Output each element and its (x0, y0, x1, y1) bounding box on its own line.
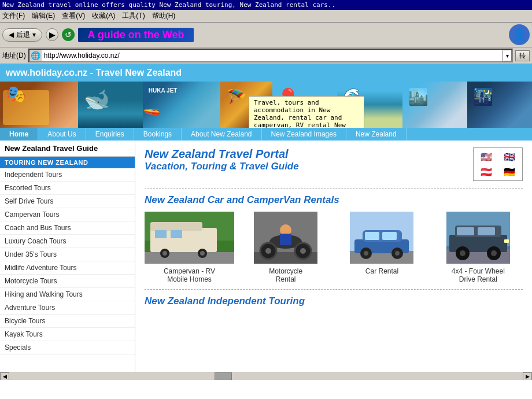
car-thumb (350, 212, 413, 264)
address-input[interactable] (42, 50, 503, 61)
tab-home[interactable]: Home (0, 128, 38, 141)
svg-point-29 (395, 251, 400, 256)
scroll-thumb[interactable] (215, 372, 232, 380)
content-area: New Zealand Travel Portal Vacation, Tour… (135, 141, 532, 372)
flag-at[interactable]: 🇦🇹 (476, 165, 497, 178)
tab-enquiries[interactable]: Enquiries (86, 128, 134, 141)
menu-tools[interactable]: 工具(T) (122, 11, 145, 21)
menu-view[interactable]: 查看(V) (62, 11, 85, 21)
campervan-image (145, 212, 234, 264)
scroll-left-button[interactable]: ◀ (0, 372, 9, 380)
touring-section-title: New Zealand Independent Touring (145, 295, 523, 307)
svg-rect-2 (145, 252, 234, 264)
person-icon: 👤 (512, 28, 527, 42)
sidebar-item-under35[interactable]: Under 35's Tours (0, 248, 135, 261)
flag-gb[interactable]: 🇬🇧 (499, 150, 520, 163)
flag-de[interactable]: 🇩🇪 (499, 165, 520, 178)
portal-title-line1: New Zealand Travel Portal (145, 147, 299, 161)
address-label: 地址(D) (2, 51, 26, 61)
refresh-icon: ↺ (65, 30, 72, 39)
scroll-track[interactable] (9, 372, 523, 380)
scroll-right-button[interactable]: ▶ (523, 372, 532, 380)
flag-us[interactable]: 🇺🇸 (476, 150, 497, 163)
portal-title-line2: Vacation, Touring & Travel Guide (145, 161, 299, 172)
banner-title: A guide on the Web (88, 29, 184, 41)
campervan-label: Campervan - RVMobile Homes (164, 267, 215, 283)
motorcycle-thumb (254, 212, 317, 264)
rental-item-campervan[interactable]: Campervan - RVMobile Homes (145, 212, 234, 283)
svg-point-8 (162, 251, 167, 256)
car-svg (350, 212, 413, 264)
sidebar-item-independent-tours[interactable]: Independent Tours (0, 168, 135, 182)
menu-edit[interactable]: 编辑(E) (32, 11, 55, 21)
rental-grid: Campervan - RVMobile Homes (145, 212, 523, 283)
svg-point-17 (300, 248, 306, 254)
content-header: New Zealand Travel Portal Vacation, Tour… (145, 147, 523, 181)
sidebar-item-self-drive[interactable]: Self Drive Tours (0, 195, 135, 208)
sidebar-item-luxury-coach[interactable]: Luxury Coach Tours (0, 235, 135, 248)
sidebar-item-campervan[interactable]: Campervan Tours (0, 208, 135, 221)
rental-item-motorcycle[interactable]: MotorcycleRental (241, 212, 330, 283)
tab-new-zealand[interactable]: New Zealand (346, 128, 407, 141)
motorcycle-image (254, 212, 317, 264)
rental-item-4x4[interactable]: 4x4 - Four WheelDrive Rental (434, 212, 523, 283)
campervan-thumb (145, 212, 234, 264)
sidebar-item-kayak[interactable]: Kayak Tours (0, 328, 135, 341)
4x4-thumb (446, 212, 510, 264)
motorcycle-label: MotorcycleRental (269, 267, 302, 283)
go-button[interactable]: 转 (515, 50, 530, 61)
sidebar-item-escorted-tours[interactable]: Escorted Tours (0, 182, 135, 195)
page-icon: 🌐 (29, 51, 42, 60)
campervan-svg (145, 212, 234, 264)
svg-point-10 (200, 251, 205, 256)
svg-rect-36 (478, 227, 495, 235)
car-label: Car Rental (365, 267, 398, 275)
address-bar: 地址(D) 🌐 ▾ 转 (0, 47, 532, 64)
menu-help[interactable]: 帮助(H) (152, 11, 176, 21)
back-button[interactable]: ◀ 后退 ▾ (2, 28, 42, 42)
tab-nz-images[interactable]: New Zealand Images (262, 128, 346, 141)
tooltip-box: Travel, tours and accommodation in New Z… (249, 96, 364, 128)
photo-jet: HUKA JET 🚤 (143, 82, 221, 128)
photo-maori: 🎭 (0, 82, 78, 128)
site-header-url: www.holiday.co.nz - Travel New Zealand (6, 68, 182, 77)
photo-strip: 🎭 🐋 HUKA JET 🚤 🪂 🎈 🌊 🏙️ 🌃 Travel, tours … (0, 82, 532, 128)
refresh-button[interactable]: ↺ (62, 28, 75, 41)
photo-city: 🏙️ (402, 82, 467, 128)
rental-item-car[interactable]: Car Rental (337, 212, 426, 283)
sidebar-item-motorcycle[interactable]: Motorcycle Tours (0, 275, 135, 288)
divider-2 (145, 289, 523, 290)
car-section-title: New Zealand Car and CamperVan Rentals (145, 194, 523, 206)
svg-rect-6 (171, 230, 182, 238)
photo-night: 🌃 (467, 82, 532, 128)
site-header: www.holiday.co.nz - Travel New Zealand (0, 64, 532, 82)
sidebar-item-adventure[interactable]: Adventure Tours (0, 301, 135, 315)
4x4-label: 4x4 - Four WheelDrive Rental (452, 267, 505, 283)
address-dropdown[interactable]: ▾ (503, 50, 512, 61)
header-banner: A guide on the Web (78, 28, 194, 42)
sidebar-item-midlife[interactable]: Midlife Adventure Tours (0, 261, 135, 275)
svg-rect-4 (150, 222, 202, 231)
scrollbar[interactable]: ◀ ▶ (0, 372, 532, 380)
svg-point-38 (460, 250, 466, 256)
menu-file[interactable]: 文件(F) (2, 11, 25, 21)
menu-favorites[interactable]: 收藏(A) (92, 11, 115, 21)
svg-rect-19 (280, 234, 291, 245)
tab-about-nz[interactable]: About New Zealand (182, 128, 261, 141)
sidebar-title: New Zealand Travel Guide (0, 141, 135, 157)
forward-button[interactable]: ▶ (46, 28, 58, 41)
sidebar-item-bicycle[interactable]: Bicycle Tours (0, 315, 135, 328)
main-layout: New Zealand Travel Guide TOURING NEW ZEA… (0, 141, 532, 372)
sidebar-item-hiking[interactable]: Hiking and Walking Tours (0, 288, 135, 301)
flag-row-top: 🇺🇸 🇬🇧 (476, 150, 520, 163)
svg-rect-5 (155, 230, 167, 238)
sidebar-item-coach-bus[interactable]: Coach and Bus Tours (0, 221, 135, 235)
tab-bookings[interactable]: Bookings (134, 128, 182, 141)
tab-about[interactable]: About Us (38, 128, 86, 141)
portal-title: New Zealand Travel Portal Vacation, Tour… (145, 147, 299, 172)
sidebar-item-specials[interactable]: Specials (0, 341, 135, 354)
4x4-svg (446, 212, 510, 264)
motorcycle-svg (254, 212, 317, 264)
back-label: 后退 (16, 30, 30, 40)
nav-tabs: Home About Us Enquiries Bookings About N… (0, 128, 532, 141)
